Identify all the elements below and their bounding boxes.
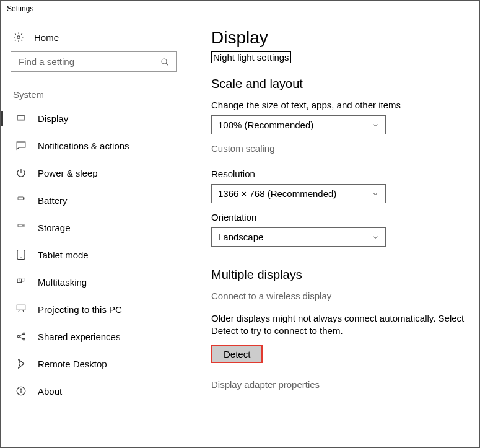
sidebar-item-shared[interactable]: Shared experiences (11, 323, 186, 350)
older-displays-text: Older displays might not always connect … (211, 312, 471, 338)
sidebar-item-notifications[interactable]: Notifications & actions (11, 132, 186, 159)
svg-line-17 (19, 334, 23, 336)
sidebar-item-remote[interactable]: Remote Desktop (11, 350, 186, 377)
search-input[interactable] (17, 56, 160, 68)
sidebar-item-label: Battery (38, 195, 68, 206)
display-icon (15, 113, 27, 124)
sidebar: Home System Display (1, 17, 186, 447)
orientation-label: Orientation (211, 212, 479, 222)
category-label: System (13, 89, 186, 100)
svg-point-0 (17, 36, 20, 39)
scale-dropdown[interactable]: 100% (Recommended) (211, 115, 386, 134)
resolution-value: 1366 × 768 (Recommended) (218, 188, 336, 199)
share-icon (15, 331, 27, 342)
sidebar-item-label: Display (38, 113, 68, 124)
svg-rect-12 (20, 278, 24, 281)
sidebar-item-power[interactable]: Power & sleep (11, 159, 186, 187)
svg-point-8 (23, 226, 24, 226)
home-label: Home (34, 32, 59, 43)
orientation-value: Landscape (218, 232, 263, 242)
page-title: Display (211, 28, 479, 48)
sidebar-item-label: Storage (38, 222, 71, 233)
gear-icon (13, 32, 24, 43)
search-icon (160, 57, 170, 67)
tablet-icon (15, 249, 27, 260)
body: Home System Display (1, 17, 479, 447)
settings-window: Settings Home (0, 0, 480, 448)
resolution-dropdown[interactable]: 1366 × 768 (Recommended) (211, 184, 386, 203)
svg-line-18 (19, 337, 23, 339)
multiple-heading: Multiple displays (211, 268, 479, 282)
search-box[interactable] (11, 51, 177, 72)
chevron-down-icon (372, 121, 379, 129)
sidebar-item-tablet[interactable]: Tablet mode (11, 241, 186, 268)
svg-rect-3 (17, 115, 25, 120)
sidebar-item-label: Power & sleep (38, 168, 98, 178)
projecting-icon (15, 304, 27, 315)
sidebar-item-label: About (38, 386, 62, 397)
svg-rect-5 (18, 197, 24, 200)
sidebar-item-about[interactable]: About (11, 377, 186, 405)
battery-icon (15, 195, 27, 206)
custom-scaling-link[interactable]: Custom scaling (211, 143, 479, 154)
chevron-down-icon (372, 190, 379, 198)
svg-point-15 (23, 333, 25, 335)
sidebar-item-projecting[interactable]: Projecting to this PC (11, 296, 186, 323)
wireless-link[interactable]: Connect to a wireless display (211, 291, 479, 301)
sidebar-item-storage[interactable]: Storage (11, 214, 186, 241)
detect-button[interactable]: Detect (211, 345, 263, 363)
svg-point-16 (23, 338, 25, 340)
info-icon (15, 385, 27, 397)
sidebar-item-label: Multitasking (38, 277, 87, 288)
scale-label: Change the size of text, apps, and other… (211, 100, 479, 110)
sidebar-item-label: Shared experiences (38, 332, 120, 342)
chevron-down-icon (372, 234, 379, 241)
nav-list: Display Notifications & actions Power & … (11, 105, 186, 405)
sidebar-item-label: Projecting to this PC (38, 304, 122, 315)
home-button[interactable]: Home (13, 32, 186, 43)
sidebar-item-display[interactable]: Display (11, 105, 186, 132)
night-light-link[interactable]: Night light settings (211, 51, 291, 63)
resolution-label: Resolution (211, 169, 479, 179)
sidebar-item-label: Tablet mode (38, 250, 89, 260)
sidebar-item-label: Notifications & actions (38, 141, 129, 151)
remote-icon (15, 358, 27, 369)
svg-rect-13 (17, 305, 25, 310)
sidebar-item-label: Remote Desktop (38, 359, 107, 369)
main-content: Display Night light settings Scale and l… (186, 17, 479, 447)
svg-point-1 (162, 59, 167, 64)
multitasking-icon (15, 276, 27, 288)
svg-point-14 (17, 336, 19, 338)
storage-icon (15, 222, 27, 233)
sidebar-item-battery[interactable]: Battery (11, 187, 186, 214)
adapter-link[interactable]: Display adapter properties (211, 379, 479, 390)
svg-line-2 (166, 63, 168, 65)
power-icon (15, 167, 27, 178)
svg-rect-11 (17, 279, 21, 282)
sidebar-item-multitasking[interactable]: Multitasking (11, 268, 186, 296)
scale-value: 100% (Recommended) (218, 120, 313, 130)
chat-icon (15, 140, 27, 151)
svg-rect-6 (24, 198, 24, 199)
window-title: Settings (1, 1, 479, 17)
scale-heading: Scale and layout (211, 77, 479, 91)
svg-point-21 (20, 389, 21, 389)
orientation-dropdown[interactable]: Landscape (211, 227, 386, 247)
